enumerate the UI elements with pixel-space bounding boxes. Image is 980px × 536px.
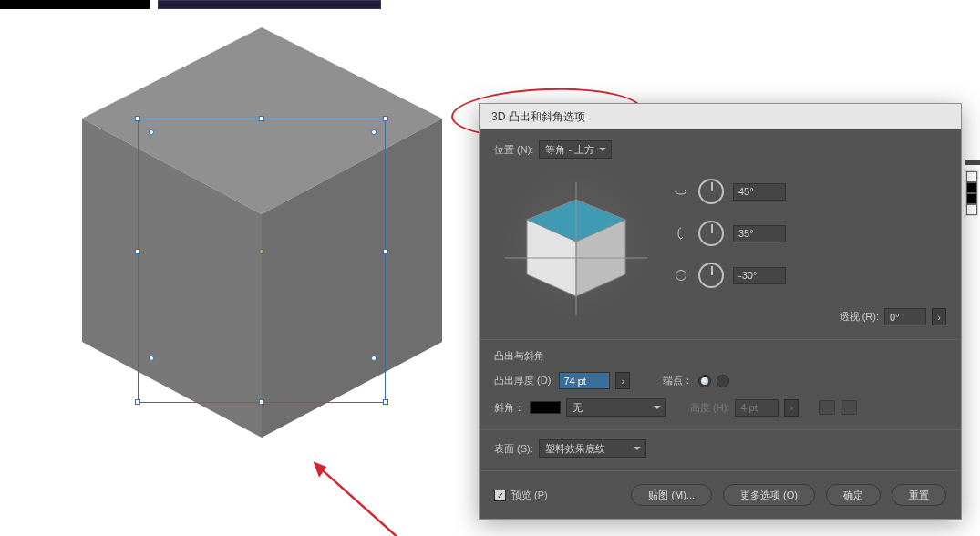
artboard-canvas[interactable] bbox=[82, 27, 447, 465]
divider-2 bbox=[480, 429, 961, 430]
depth-input[interactable]: 74 pt bbox=[559, 372, 610, 389]
handle-ml[interactable] bbox=[135, 249, 140, 254]
perspective-value[interactable]: 0° bbox=[884, 308, 926, 325]
position-dropdown[interactable]: 等角 - 上方 bbox=[539, 140, 612, 159]
rotate-z-dial[interactable] bbox=[698, 263, 724, 288]
anchor-center[interactable] bbox=[259, 249, 264, 254]
bevel-extent-in-icon bbox=[819, 400, 835, 415]
bevel-extent-out-icon bbox=[841, 400, 857, 415]
svg-marker-4 bbox=[314, 460, 328, 478]
position-label: 位置 (N): bbox=[494, 143, 533, 157]
map-art-button[interactable]: 贴图 (M)... bbox=[631, 484, 712, 506]
right-panels-strip: 画笔 bbox=[965, 160, 980, 216]
perspective-label: 透视 (R): bbox=[840, 310, 879, 324]
app-top-frag-1 bbox=[0, 0, 150, 9]
depth-stepper[interactable]: › bbox=[615, 372, 630, 389]
perspective-stepper[interactable]: › bbox=[932, 308, 946, 325]
anchor-tr[interactable] bbox=[371, 129, 377, 135]
panel-tab-brushes[interactable]: 画笔 bbox=[965, 160, 980, 165]
rotate-x-value[interactable]: 45° bbox=[733, 183, 786, 201]
anchor-br[interactable] bbox=[371, 356, 377, 361]
rotation-preview[interactable] bbox=[494, 171, 658, 326]
dialog-title[interactable]: 3D 凸出和斜角选项 bbox=[480, 104, 961, 129]
bevel-height-stepper: › bbox=[784, 399, 799, 417]
bevel-dropdown[interactable]: 无 bbox=[566, 398, 666, 417]
extrude-bevel-dialog: 3D 凸出和斜角选项 位置 (N): 等角 - 上方 bbox=[479, 103, 962, 520]
depth-label: 凸出厚度 (D): bbox=[494, 374, 553, 387]
surface-label: 表面 (S): bbox=[494, 442, 533, 456]
bevel-height-value: 4 pt bbox=[735, 399, 779, 417]
anchor-bl[interactable] bbox=[149, 356, 154, 361]
rotate-x-icon bbox=[673, 185, 689, 198]
cap-label: 端点： bbox=[663, 374, 693, 387]
rotate-y-value[interactable]: 35° bbox=[733, 225, 786, 242]
bevel-height-label: 高度 (H): bbox=[690, 401, 729, 415]
swatch-strip[interactable] bbox=[965, 170, 978, 216]
more-options-button[interactable]: 更多选项 (O) bbox=[723, 484, 815, 506]
handle-bl[interactable] bbox=[135, 399, 140, 405]
rotate-y-dial[interactable] bbox=[698, 221, 724, 246]
annotation-arrow bbox=[305, 451, 414, 536]
handle-br[interactable] bbox=[383, 399, 388, 405]
cap-on-button[interactable] bbox=[698, 375, 711, 387]
rotate-y-icon bbox=[673, 226, 689, 241]
selection-bounds[interactable] bbox=[138, 119, 386, 403]
handle-tc[interactable] bbox=[259, 116, 264, 121]
svg-line-3 bbox=[320, 462, 399, 536]
ok-button[interactable]: 确定 bbox=[826, 484, 881, 506]
preview-checkbox[interactable]: ✓ 预览 (P) bbox=[494, 489, 548, 502]
divider-1 bbox=[480, 339, 961, 340]
bevel-swatch bbox=[530, 401, 561, 414]
anchor-tl[interactable] bbox=[149, 129, 154, 135]
checkbox-icon: ✓ bbox=[494, 490, 506, 501]
bevel-label: 斜角： bbox=[494, 401, 524, 415]
preview-axes bbox=[494, 171, 658, 326]
svg-point-13 bbox=[676, 271, 686, 281]
cap-off-button[interactable] bbox=[717, 375, 729, 387]
handle-mr[interactable] bbox=[383, 249, 388, 254]
rotate-x-dial[interactable] bbox=[698, 179, 724, 204]
extrude-section-title: 凸出与斜角 bbox=[494, 349, 946, 363]
divider-3 bbox=[480, 470, 961, 471]
handle-bc[interactable] bbox=[259, 399, 264, 405]
app-top-frag-2 bbox=[158, 0, 381, 9]
handle-tr[interactable] bbox=[383, 116, 388, 121]
rotate-z-icon bbox=[673, 268, 689, 283]
rotate-z-value[interactable]: -30° bbox=[733, 267, 786, 284]
reset-button[interactable]: 重置 bbox=[892, 484, 946, 506]
handle-tl[interactable] bbox=[135, 116, 140, 121]
surface-dropdown[interactable]: 塑料效果底纹 bbox=[539, 439, 646, 458]
preview-checkbox-label: 预览 (P) bbox=[511, 489, 548, 502]
